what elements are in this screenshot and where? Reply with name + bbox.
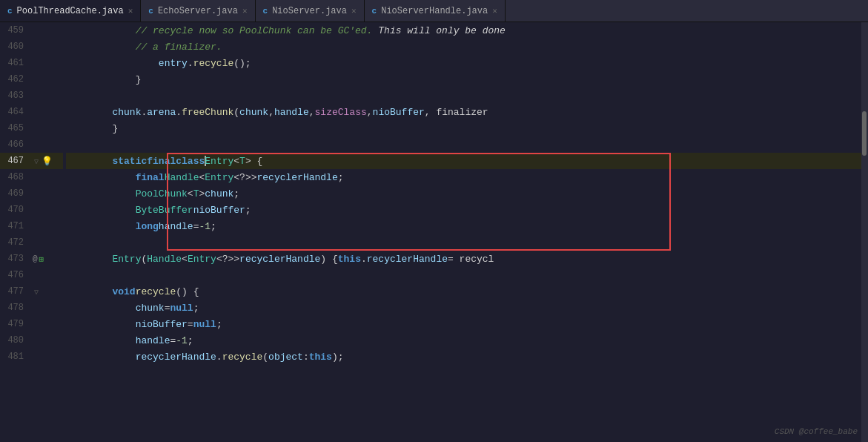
tab-label-1: PoolThreadCache.java [17,6,124,16]
scrollbar-thumb[interactable] [862,111,867,156]
tab-close-4[interactable]: ✕ [492,6,497,16]
tab-echo-server[interactable]: c EchoServer.java ✕ [141,0,255,22]
code-line-461: entry . recycle (); [66,55,868,71]
gutter-row-459: 459 [0,22,63,39]
gutter-row-468: 468 [0,169,63,185]
code-line-462: } [66,71,868,88]
code-line-467: static final class Entry < T > { [66,153,868,169]
tab-icon-3: c [263,7,268,16]
code-line-477: void recycle () { [66,283,868,300]
gutter-icons-473: @ ⊞ [30,254,63,264]
gutter-row-480: 480 [0,332,63,349]
gutter-row-477: 477 ▽ [0,283,63,300]
code-line-480: handle = -1 ; [66,332,868,349]
editor-container: 459 460 461 462 463 464 [0,22,868,442]
tab-label-3: NioServer.java [272,6,347,16]
line-num-464: 464 [0,107,30,117]
code-lines: // recycle now so PoolChunk can be GC'ed… [63,22,868,365]
fold-477: ▽ [33,288,40,295]
gutter-row-465: 465 [0,120,63,136]
at-icon-473: @ [33,254,38,263]
tab-icon-1: c [7,7,13,16]
gutter-row-462: 462 [0,71,63,88]
gutter-row-464: 464 [0,104,63,120]
tab-close-2[interactable]: ✕ [242,6,248,16]
gutter-row-471: 471 [0,218,63,234]
gutter-row-473: 473 @ ⊞ [0,251,63,267]
gutter-row-479: 479 [0,316,63,332]
code-line-469: PoolChunk < T > chunk ; [66,185,868,202]
add-icon-473[interactable]: ⊞ [39,254,44,264]
scrollbar-vertical[interactable] [861,22,868,442]
watermark: CSDN @coffee_babe [775,427,858,436]
code-line-476 [66,267,868,283]
tab-close-1[interactable]: ✕ [128,6,133,16]
code-line-465: } [66,120,868,136]
code-line-473: Entry ( Handle < Entry <?>> recyclerHand… [66,251,868,267]
line-num-478: 478 [0,303,30,313]
code-line-460: // a finalizer. [66,39,868,55]
gutter-row-463: 463 [0,88,63,104]
tab-nio-server-handle[interactable]: c NioServerHandle.java ✕ [365,0,506,22]
code-line-463 [66,88,868,104]
line-num-473: 473 [0,254,30,264]
tab-icon-2: c [148,7,153,16]
line-num-460: 460 [0,42,30,52]
gutter-icons-467: ▽ 💡 [30,156,63,167]
code-line-472 [66,234,868,251]
line-num-480: 480 [0,335,30,346]
fold-459 [33,27,40,34]
tab-bar: c PoolThreadCache.java ✕ c EchoServer.ja… [0,0,868,22]
code-line-470: ByteBuffer nioBuffer ; [66,202,868,218]
line-num-466: 466 [0,139,30,150]
bulb-icon-467[interactable]: 💡 [42,156,53,167]
line-num-472: 472 [0,237,30,248]
line-num-469: 469 [0,188,30,199]
gutter: 459 460 461 462 463 464 [0,22,63,442]
code-line-466 [66,136,868,153]
fold-icon-467: ▽ [33,157,40,165]
tab-nio-server[interactable]: c NioServer.java ✕ [256,0,365,22]
tab-close-3[interactable]: ✕ [351,6,357,16]
gutter-row-461: 461 [0,55,63,71]
tab-pool-thread-cache[interactable]: c PoolThreadCache.java ✕ [0,0,141,22]
line-num-463: 463 [0,90,30,101]
line-num-465: 465 [0,123,30,133]
line-num-462: 462 [0,74,30,85]
line-num-476: 476 [0,270,30,280]
gutter-row-481: 481 [0,349,63,365]
gutter-row-470: 470 [0,202,63,218]
gutter-row-460: 460 [0,39,63,55]
line-num-477: 477 [0,286,30,297]
gutter-row-476: 476 [0,267,63,283]
code-line-459: // recycle now so PoolChunk can be GC'ed… [66,22,868,39]
gutter-icons-477: ▽ [30,288,63,295]
line-num-461: 461 [0,58,30,68]
line-num-468: 468 [0,172,30,182]
code-area[interactable]: // recycle now so PoolChunk can be GC'ed… [63,22,868,442]
code-line-478: chunk = null ; [66,300,868,316]
line-num-467: 467 [0,156,30,166]
tab-label-2: EchoServer.java [158,6,238,16]
gutter-row-466: 466 [0,136,63,153]
code-line-468: final Handle < Entry <?>> recyclerHandle… [66,169,868,185]
tab-icon-4: c [372,7,377,16]
gutter-row-472: 472 [0,234,63,251]
tab-label-4: NioServerHandle.java [381,6,488,16]
line-num-470: 470 [0,205,30,215]
line-num-459: 459 [0,25,30,36]
code-line-481: recyclerHandle . recycle ( object : this… [66,349,868,365]
code-line-479: nioBuffer = null ; [66,316,868,332]
line-num-471: 471 [0,221,30,231]
code-line-464: chunk . arena . freeChunk ( chunk , hand… [66,104,868,120]
gutter-icons-459 [30,27,63,34]
gutter-row-467: 467 ▽ 💡 [0,153,63,169]
gutter-row-478: 478 [0,300,63,316]
line-num-481: 481 [0,352,30,362]
code-line-471: long handle = -1 ; [66,218,868,234]
gutter-row-469: 469 [0,185,63,202]
line-num-479: 479 [0,319,30,329]
